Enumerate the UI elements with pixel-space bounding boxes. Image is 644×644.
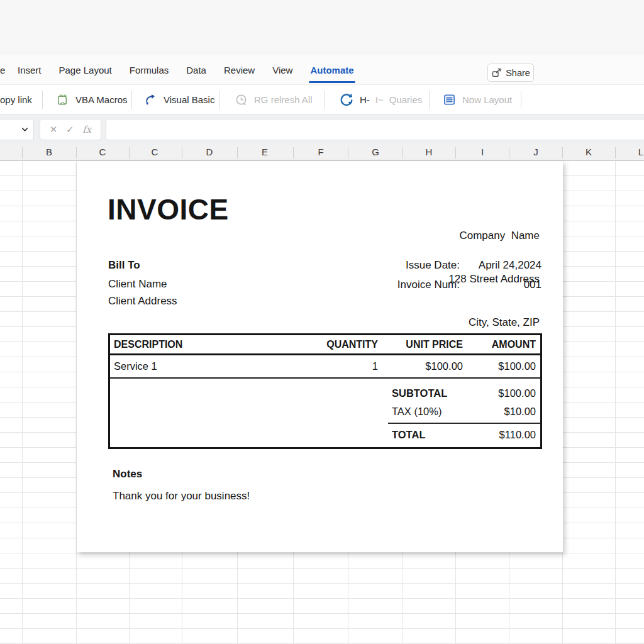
column-header-f[interactable]: F [308, 147, 333, 157]
invoice-table: DESCRIPTION QUANTITY UNIT PRICE AMOUNT S… [108, 333, 542, 449]
chevron-down-icon [21, 127, 28, 132]
cancel-icon[interactable]: ✕ [50, 124, 58, 135]
company-name: Company Name [448, 228, 540, 243]
history-clock-icon [234, 92, 248, 107]
header-unit-price: UNIT PRICE [378, 339, 463, 350]
toolbar-separator [429, 91, 430, 109]
toolbar-separator [219, 91, 219, 109]
column-header-g[interactable]: G [363, 147, 388, 157]
column-header-e[interactable]: E [252, 147, 277, 157]
client-name: Client Name [108, 278, 167, 291]
notes-text: Thank you for your business! [113, 490, 250, 502]
vba-macros-icon [55, 92, 70, 107]
column-header-c2[interactable]: C [142, 147, 167, 157]
column-divider [348, 147, 348, 158]
column-divider [293, 147, 294, 158]
column-header-row: B C C D E F G H I J K L [0, 145, 644, 161]
issue-date-label: Issue Date: [297, 259, 460, 272]
column-header-c[interactable]: C [90, 147, 115, 157]
vba-macros-label: VBA Macros [75, 94, 128, 105]
formula-input[interactable] [106, 119, 644, 140]
total-label: TOTAL [392, 429, 452, 441]
formula-buttons: ✕ ✓ fx [40, 119, 101, 140]
header-amount: AMOUNT [463, 339, 540, 350]
refresh-all-label: RG relresh All [254, 94, 313, 105]
invoice-sheet[interactable]: INVOICE Company Name 128 Street Address … [77, 161, 563, 552]
copy-link-label: opy link [0, 94, 32, 105]
column-divider [615, 147, 616, 158]
issue-date-value: April 24,2024 [460, 259, 541, 272]
column-divider [402, 147, 402, 158]
ribbon-tab-row: e Insert Page Layout Formulas Data Revie… [0, 55, 644, 85]
invoice-num-row: Invoice Num: 001 [297, 279, 541, 291]
queries-icon: I~ [375, 94, 384, 105]
column-header-k[interactable]: K [576, 147, 601, 157]
visual-basic-icon [143, 92, 158, 107]
tax-row: TAX (10%) $10.00 [110, 402, 540, 421]
column-header-i[interactable]: I [470, 147, 495, 157]
tab-partial[interactable]: e [0, 55, 9, 85]
refresh-all-button[interactable]: RG relresh All [234, 85, 313, 114]
tab-formulas[interactable]: Formulas [121, 55, 178, 85]
column-divider [237, 147, 238, 158]
visual-basic-button[interactable]: Visual Basic [143, 85, 214, 114]
invoice-title: INVOICE [108, 192, 229, 226]
cell-unit-price: $100.00 [378, 360, 463, 372]
tab-data[interactable]: Data [177, 55, 215, 85]
formula-bar: ✕ ✓ fx [0, 114, 644, 145]
enter-icon[interactable]: ✓ [66, 124, 74, 135]
column-header-d[interactable]: D [197, 147, 222, 157]
header-description: DESCRIPTION [110, 339, 309, 350]
header-quantity: QUANTITY [309, 339, 378, 350]
column-header-l[interactable]: L [628, 147, 644, 157]
copy-link-button[interactable]: opy link [0, 85, 32, 114]
tab-page-layout[interactable]: Page Layout [50, 55, 121, 85]
invoice-num-value: 001 [460, 279, 541, 291]
column-header-j[interactable]: J [523, 147, 548, 157]
tab-automate[interactable]: Automate [301, 55, 362, 85]
notes-heading: Notes [113, 468, 142, 480]
invoice-num-label: Invoice Num: [297, 279, 460, 291]
share-label: Share [506, 68, 530, 78]
queries-button[interactable]: H- I~ Quaries [338, 85, 422, 114]
totals-section: SUBTOTAL $100.00 TAX (10%) $10.00 TOTAL … [110, 379, 540, 444]
toolbar-separator [324, 91, 325, 109]
cell-amount: $100.00 [463, 360, 540, 372]
ribbon-toolbar: opy link VBA Macros Visual Basic RG relr… [0, 85, 644, 114]
table-header-row: DESCRIPTION QUANTITY UNIT PRICE AMOUNT [110, 335, 540, 355]
total-row: TOTAL $110.00 [110, 426, 540, 444]
vba-macros-button[interactable]: VBA Macros [55, 85, 128, 114]
share-button[interactable]: Share [487, 64, 534, 82]
column-divider [562, 147, 563, 158]
queries-label: Quaries [389, 94, 423, 105]
table-row: Service 1 1 $100.00 $100.00 [110, 355, 540, 379]
column-header-h[interactable]: H [416, 147, 441, 157]
cell-quantity: 1 [309, 360, 378, 372]
column-divider [182, 147, 182, 158]
bill-to-heading: Bill To [108, 259, 140, 272]
new-layout-button[interactable]: Now Layout [442, 85, 512, 114]
issue-date-row: Issue Date: April 24,2024 [297, 259, 541, 272]
tax-value: $10.00 [452, 406, 540, 418]
company-address2: City, State, ZIP [448, 315, 540, 330]
insert-function-icon[interactable]: fx [82, 124, 91, 135]
tab-view[interactable]: View [264, 55, 301, 85]
toolbar-separator [131, 91, 132, 109]
name-box[interactable] [0, 119, 34, 140]
totals-divider [388, 423, 540, 424]
visual-basic-label: Visual Basic [164, 94, 214, 105]
share-icon [491, 67, 502, 78]
gridline [615, 161, 616, 644]
subtotal-label: SUBTOTAL [392, 387, 452, 399]
column-divider [76, 147, 77, 158]
column-header-b[interactable]: B [36, 147, 62, 157]
cell-description: Service 1 [110, 360, 309, 372]
toolbar-separator [42, 91, 43, 109]
tab-review[interactable]: Review [215, 55, 264, 85]
gridline [22, 161, 23, 644]
queries-label-dark: H- [360, 94, 370, 105]
refresh-icon [338, 92, 354, 108]
ribbon-tabs: e Insert Page Layout Formulas Data Revie… [0, 55, 363, 85]
list-layout-icon [442, 92, 457, 107]
tab-insert[interactable]: Insert [9, 55, 50, 85]
